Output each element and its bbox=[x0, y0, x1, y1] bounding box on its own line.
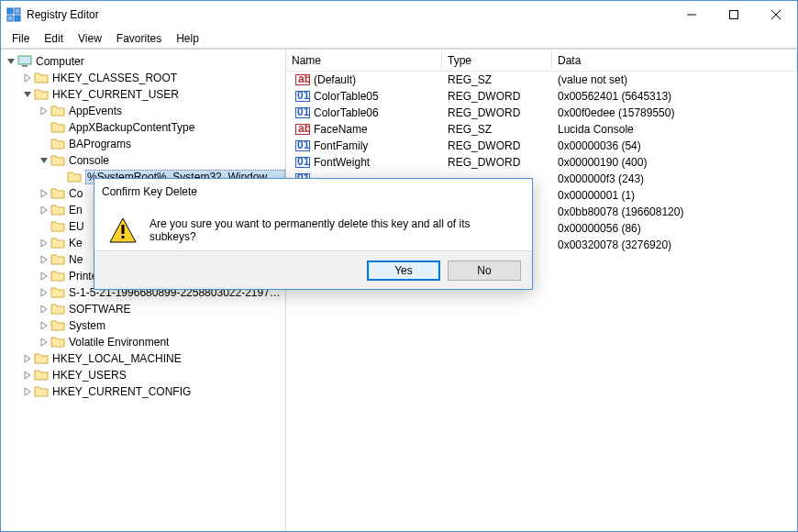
expand-arrow-icon[interactable] bbox=[21, 352, 34, 365]
list-header[interactable]: Name Type Data bbox=[286, 50, 797, 72]
expand-arrow-icon[interactable] bbox=[21, 88, 34, 101]
minimize-button[interactable] bbox=[671, 1, 713, 28]
tree-hku[interactable]: HKEY_USERS bbox=[1, 367, 285, 383]
tree-item-label: System bbox=[69, 319, 105, 332]
svg-rect-0 bbox=[7, 8, 13, 14]
tree-console[interactable]: Console bbox=[1, 152, 285, 169]
tree-item-label: Ne bbox=[69, 253, 83, 266]
expand-arrow-icon[interactable] bbox=[38, 237, 50, 249]
value-type-cell: REG_DWORD bbox=[442, 139, 552, 152]
tree-baprograms[interactable]: BAPrograms bbox=[1, 136, 285, 152]
value-type-cell: REG_DWORD bbox=[442, 156, 552, 169]
tree-pane[interactable]: ComputerHKEY_CLASSES_ROOTHKEY_CURRENT_US… bbox=[1, 50, 286, 531]
tree-item-label: AppEvents bbox=[69, 105, 122, 117]
tree-item-label: EU bbox=[69, 220, 84, 233]
expand-arrow-icon bbox=[38, 220, 50, 233]
value-data-cell: 0x00562401 (5645313) bbox=[552, 90, 797, 103]
value-name-cell: ab(Default) bbox=[286, 72, 442, 87]
expand-arrow-icon bbox=[54, 171, 67, 183]
col-data[interactable]: Data bbox=[552, 51, 797, 70]
tree-computer[interactable]: Computer bbox=[1, 53, 285, 70]
value-row[interactable]: 011ColorTable06REG_DWORD0x00f0edee (1578… bbox=[286, 105, 797, 121]
string-value-icon: ab bbox=[295, 122, 310, 137]
col-name[interactable]: Name bbox=[286, 51, 442, 70]
value-data-cell: (value not set) bbox=[552, 73, 797, 86]
value-row[interactable]: abFaceNameREG_SZLucida Console bbox=[286, 121, 797, 138]
expand-arrow-icon[interactable] bbox=[38, 319, 50, 332]
folder-icon bbox=[50, 203, 65, 217]
expand-arrow-icon[interactable] bbox=[38, 204, 50, 216]
folder-icon bbox=[34, 71, 49, 85]
expand-arrow-icon[interactable] bbox=[21, 385, 34, 398]
tree-hkcr[interactable]: HKEY_CLASSES_ROOT bbox=[1, 70, 285, 86]
value-name-cell: 011FontWeight bbox=[286, 155, 442, 170]
value-data-cell: 0x00f0edee (15789550) bbox=[552, 106, 797, 119]
tree-software[interactable]: SOFTWARE bbox=[1, 301, 285, 317]
titlebar[interactable]: Registry Editor bbox=[1, 1, 797, 28]
expand-arrow-icon[interactable] bbox=[38, 270, 50, 283]
content-area: ComputerHKEY_CLASSES_ROOTHKEY_CURRENT_US… bbox=[1, 49, 797, 531]
value-data-cell: 0x00000190 (400) bbox=[552, 156, 797, 169]
maximize-button[interactable] bbox=[713, 1, 755, 28]
binary-value-icon: 011 bbox=[295, 105, 310, 120]
folder-icon bbox=[34, 87, 49, 102]
folder-icon bbox=[50, 186, 65, 201]
expand-arrow-icon[interactable] bbox=[38, 105, 50, 117]
value-row[interactable]: 011FontWeightREG_DWORD0x00000190 (400) bbox=[286, 154, 797, 171]
close-button[interactable] bbox=[755, 1, 797, 28]
menu-edit[interactable]: Edit bbox=[37, 30, 71, 47]
tree-volatile[interactable]: Volatile Environment bbox=[1, 334, 285, 350]
tree-item-label: HKEY_LOCAL_MACHINE bbox=[52, 352, 182, 365]
value-data-cell: 0x00000036 (54) bbox=[552, 139, 797, 152]
folder-icon bbox=[50, 269, 65, 283]
tree-item-label: BAPrograms bbox=[69, 138, 131, 150]
expand-arrow-icon[interactable] bbox=[38, 187, 50, 200]
tree-appxbackup[interactable]: AppXBackupContentType bbox=[1, 119, 285, 136]
menu-view[interactable]: View bbox=[71, 30, 109, 47]
tree-item-label: Volatile Environment bbox=[69, 336, 169, 349]
folder-icon bbox=[50, 252, 65, 267]
col-type[interactable]: Type bbox=[442, 51, 552, 70]
expand-arrow-icon[interactable] bbox=[5, 55, 17, 68]
svg-rect-2 bbox=[7, 16, 13, 21]
yes-button[interactable]: Yes bbox=[367, 260, 440, 281]
menubar: File Edit View Favorites Help bbox=[1, 28, 797, 49]
folder-icon bbox=[50, 120, 65, 135]
value-data-cell: 0x00000001 (1) bbox=[552, 189, 797, 202]
expand-arrow-icon[interactable] bbox=[38, 286, 50, 299]
tree-item-label: Co bbox=[69, 187, 83, 200]
tree-hkcc[interactable]: HKEY_CURRENT_CONFIG bbox=[1, 383, 285, 400]
folder-icon bbox=[50, 318, 65, 333]
value-row[interactable]: 011ColorTable05REG_DWORD0x00562401 (5645… bbox=[286, 88, 797, 105]
value-data-cell: 0x00000056 (86) bbox=[552, 222, 797, 235]
value-name-text: ColorTable05 bbox=[314, 90, 379, 103]
expand-arrow-icon[interactable] bbox=[38, 253, 50, 266]
binary-value-icon: 011 bbox=[295, 89, 310, 104]
tree-system[interactable]: System bbox=[1, 317, 285, 334]
menu-file[interactable]: File bbox=[5, 30, 37, 47]
value-type-cell: REG_DWORD bbox=[442, 106, 552, 119]
no-button[interactable]: No bbox=[448, 260, 521, 281]
expand-arrow-icon[interactable] bbox=[38, 303, 50, 316]
list-body[interactable]: ab(Default)REG_SZ(value not set)011Color… bbox=[286, 72, 797, 531]
tree-appevents[interactable]: AppEvents bbox=[1, 103, 285, 119]
dialog-title[interactable]: Confirm Key Delete bbox=[94, 179, 532, 205]
tree-hkcu[interactable]: HKEY_CURRENT_USER bbox=[1, 86, 285, 103]
value-row[interactable]: 011FontFamilyREG_DWORD0x00000036 (54) bbox=[286, 138, 797, 154]
value-row[interactable]: ab(Default)REG_SZ(value not set) bbox=[286, 72, 797, 88]
expand-arrow-icon[interactable] bbox=[21, 72, 34, 84]
value-name-text: FontWeight bbox=[314, 156, 370, 169]
value-name-text: FontFamily bbox=[314, 139, 368, 152]
expand-arrow-icon[interactable] bbox=[38, 154, 50, 167]
value-name-cell: 011FontFamily bbox=[286, 139, 442, 153]
expand-arrow-icon[interactable] bbox=[21, 369, 34, 382]
value-name-text: ColorTable06 bbox=[314, 106, 379, 119]
tree-hklm[interactable]: HKEY_LOCAL_MACHINE bbox=[1, 350, 285, 367]
menu-help[interactable]: Help bbox=[169, 30, 206, 47]
list-pane[interactable]: Name Type Data ab(Default)REG_SZ(value n… bbox=[286, 50, 797, 531]
expand-arrow-icon[interactable] bbox=[38, 336, 50, 349]
tree-item-label: HKEY_USERS bbox=[52, 369, 127, 382]
tree-item-label: HKEY_CLASSES_ROOT bbox=[52, 72, 177, 84]
menu-favorites[interactable]: Favorites bbox=[109, 30, 169, 47]
svg-rect-5 bbox=[730, 11, 738, 19]
